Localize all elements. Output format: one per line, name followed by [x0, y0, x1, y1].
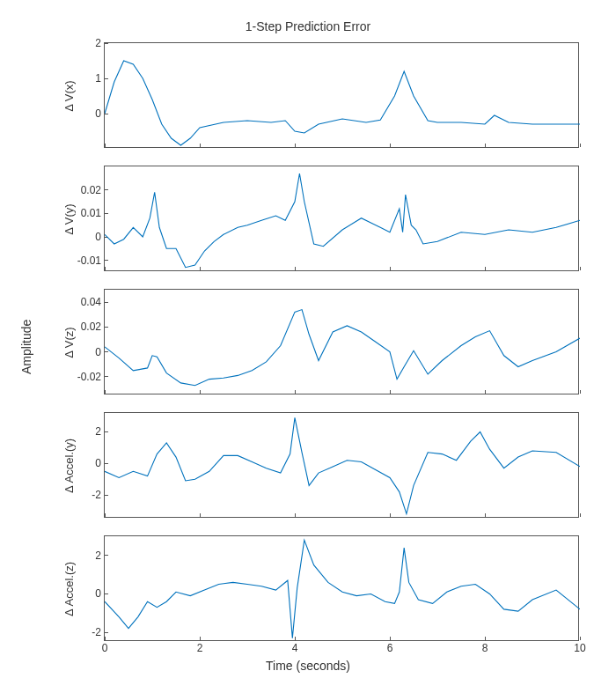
- panel-ylabel: Δ V(x): [62, 80, 76, 111]
- line-plot: [105, 43, 580, 149]
- global-xlabel: Time (seconds): [0, 659, 616, 673]
- panel-ylabel: Δ Accel.(y): [62, 439, 76, 493]
- chart-panel: Δ V(z)-0.0200.020.04: [104, 289, 579, 394]
- y-tick-label: 1: [95, 72, 105, 85]
- line-plot: [105, 413, 580, 519]
- series-line: [105, 417, 580, 513]
- panel-ylabel: Δ V(z): [62, 327, 76, 358]
- y-tick-label: 0: [95, 457, 105, 469]
- x-tick-label: 4: [292, 640, 298, 654]
- y-tick-label: 0.02: [81, 321, 105, 333]
- x-tick-label: 10: [574, 640, 585, 654]
- x-tick-label: 6: [387, 640, 393, 654]
- y-tick-label: 0: [95, 231, 105, 243]
- figure: 1-Step Prediction Error Amplitude Time (…: [0, 0, 616, 693]
- y-tick-label: -2: [92, 626, 105, 638]
- line-plot: [105, 290, 580, 395]
- y-tick-label: 2: [95, 37, 105, 49]
- y-tick-label: 2: [95, 425, 105, 438]
- panel-ylabel: Δ V(y): [62, 203, 76, 234]
- x-tick-label: 8: [482, 640, 488, 654]
- panel-ylabel: Δ Accel.(z): [62, 562, 76, 616]
- series-line: [105, 173, 580, 268]
- series-line: [105, 540, 580, 638]
- x-tick-label: 2: [197, 640, 203, 654]
- y-tick-label: 2: [95, 549, 105, 562]
- x-tick-label: 0: [102, 640, 108, 654]
- series-line: [105, 61, 580, 145]
- y-tick-label: -2: [92, 489, 105, 501]
- y-tick-label: 0: [95, 107, 105, 120]
- y-tick-label: 0.04: [81, 296, 105, 308]
- y-tick-label: 0: [95, 587, 105, 600]
- y-tick-label: -0.02: [77, 371, 105, 383]
- y-tick-label: -0.01: [77, 254, 105, 267]
- line-plot: [105, 166, 580, 272]
- global-ylabel: Amplitude: [19, 320, 33, 374]
- chart-panel: Δ Accel.(y)-202: [104, 412, 579, 518]
- chart-panel: Δ V(y)-0.0100.010.02: [104, 166, 579, 271]
- figure-title: 1-Step Prediction Error: [0, 19, 616, 33]
- chart-panel: Δ Accel.(z)-2020246810: [104, 535, 579, 641]
- chart-panel: Δ V(x)012: [104, 42, 579, 148]
- series-line: [105, 310, 580, 386]
- y-tick-label: 0: [95, 346, 105, 358]
- line-plot: [105, 536, 580, 642]
- y-tick-label: 0.02: [81, 184, 105, 196]
- y-tick-label: 0.01: [81, 207, 105, 219]
